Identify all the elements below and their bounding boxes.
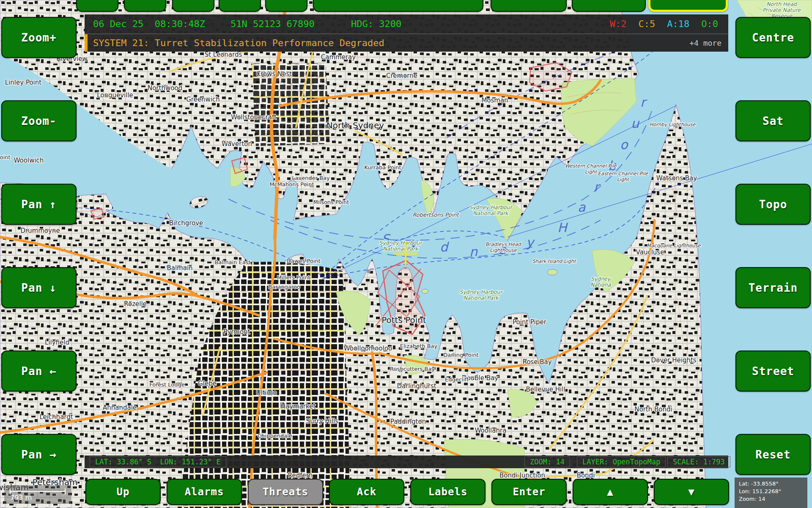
map-label: Dawes Point: [287, 258, 321, 264]
map-label: Rushcutters Bay: [390, 366, 435, 372]
harbour-letter: u: [631, 116, 640, 131]
map-label: Cremorne: [386, 72, 417, 80]
top-toolbar-button[interactable]: [265, 0, 307, 12]
map-status-bar: LAT: 33.86° S LON: 151.23° E ZOOM: 14 LA…: [85, 456, 728, 468]
map-label: Vaucluse: [636, 248, 664, 256]
map-label: Watsons Bay: [656, 174, 697, 182]
counter-o: O:0: [701, 14, 718, 33]
map-label: Balmain: [167, 264, 192, 272]
map-label: Waverton: [222, 140, 252, 148]
map-label: Sydney HarbourNational Park: [379, 240, 422, 252]
more-alerts-label[interactable]: +4 more: [689, 34, 721, 52]
map-label: Woolwich: [14, 157, 44, 164]
right-button-terrain[interactable]: Terrain: [735, 267, 811, 308]
bottom-button-up[interactable]: Up: [85, 479, 161, 505]
map-label: Hornby Lighthouse: [650, 121, 696, 127]
top-toolbar-button[interactable]: [572, 0, 646, 12]
map-label: Lavender Bay: [292, 175, 330, 181]
grid-coordinates: 51N 52123 67890: [230, 14, 315, 33]
map-label: McMahons Point: [269, 181, 314, 188]
map-label: Crows Nest: [256, 70, 292, 78]
map-label: Sydney HarbourNational Park: [459, 289, 503, 301]
counter-w: W:2: [610, 14, 627, 33]
map-label: Haymarket: [281, 403, 316, 410]
alert-row[interactable]: SYSTEM 21: Turret Stabilization Performa…: [85, 34, 728, 52]
map-label: St Leonards: [205, 51, 242, 58]
map-label: Birchgrove: [169, 219, 203, 227]
left-button-pan[interactable]: Pan ↑: [1, 184, 77, 225]
map-label: Surry Hills: [306, 417, 339, 425]
map-label: Milsons Point: [313, 199, 349, 205]
info-lon: Lon: 151.2268°: [739, 488, 807, 495]
bottom-button-scroll-up[interactable]: ▲: [573, 479, 648, 505]
map-label: Balmain East: [214, 259, 250, 265]
map-label: Dover Heights: [651, 356, 696, 364]
scale-tick: [65, 489, 66, 494]
right-button-reset[interactable]: Reset: [735, 434, 811, 475]
map-label: Woollahra: [475, 427, 507, 434]
bottom-button-enter[interactable]: Enter: [491, 479, 567, 505]
map-label: Elizabeth Bay: [400, 343, 438, 349]
map-label: Chippendale: [258, 433, 292, 439]
map-label: Bradleys HeadLighthouse: [486, 241, 521, 253]
cursor-info-box: Lat: -33.8558° Lon: 151.2268° Zoom: 14: [735, 478, 807, 508]
map-label: Point Piper: [513, 318, 547, 326]
left-button-zoom-[interactable]: Zoom-: [1, 100, 77, 141]
left-button-pan[interactable]: Pan ↓: [1, 267, 77, 308]
map-label: Edgecliff: [445, 376, 469, 383]
scale-label: 793 m: [10, 494, 32, 502]
top-toolbar-button-highlighted[interactable]: [648, 0, 728, 12]
left-button-pan[interactable]: Pan ←: [1, 351, 77, 392]
heading-display: HDG: 3200: [351, 14, 401, 33]
left-button-pan[interactable]: Pan →: [1, 434, 77, 475]
alarm-counters: W:2C:5A:18O:0: [610, 14, 718, 33]
top-toolbar-button[interactable]: [219, 0, 261, 12]
map-label: Potts Point: [381, 315, 426, 325]
bottom-button-scroll-down[interactable]: ▼: [654, 479, 729, 505]
system-alert-message: SYSTEM 21: Turret Stabilization Performa…: [93, 34, 384, 52]
map-label: Woolloomooloo: [344, 345, 392, 352]
map-label: Bellevue Hill: [526, 386, 565, 393]
bottom-button-threats[interactable]: Threats: [248, 479, 323, 505]
top-toolbar-button[interactable]: [313, 0, 483, 12]
top-toolbar-button[interactable]: [124, 0, 166, 12]
right-button-street[interactable]: Street: [735, 351, 811, 392]
bottom-button-ack[interactable]: Ack: [329, 479, 404, 505]
bottom-button-labels[interactable]: Labels: [410, 479, 486, 505]
map-label: Northwood: [148, 84, 182, 92]
map-label: Millers Point: [277, 274, 310, 281]
map-label: Wollstonecraft: [231, 113, 277, 121]
zoom-readout: ZOOM: 14: [524, 456, 570, 467]
map-label: Macquarie Lighthouse: [647, 243, 701, 248]
top-toolbar-button[interactable]: [76, 0, 118, 12]
map-label: Rose Bay: [522, 358, 551, 366]
top-toolbar-button[interactable]: [491, 0, 567, 12]
info-lat: Lat: -33.8558°: [739, 480, 807, 488]
map-label: Shark Island Light: [532, 258, 576, 264]
right-button-topo[interactable]: Topo: [735, 184, 811, 225]
map-label: Darling Point: [443, 352, 478, 358]
right-button-sat[interactable]: Sat: [735, 100, 811, 141]
map-label: Barangaroo: [268, 284, 300, 290]
map-label: North Bondi: [634, 406, 672, 413]
right-button-centre[interactable]: Centre: [735, 17, 811, 58]
map-label: Cammeray: [321, 53, 356, 61]
position-readout: LAT: 33.86° S LON: 151.23° E: [90, 456, 226, 467]
map-label: Longueville: [97, 91, 133, 99]
map-label: Annandale: [103, 404, 137, 411]
map-label: Greenwich: [186, 96, 220, 103]
top-toolbar-button[interactable]: [172, 0, 214, 12]
status-row: 06 Dec 25 08:30:48Z 51N 52123 67890 HDG:…: [85, 14, 728, 33]
map-label: Leichhardt: [39, 413, 73, 421]
map-canvas[interactable]: SydneyHarbour St LeonardsCrows NestCamme…: [0, 0, 812, 508]
map-label: Bondi: [577, 472, 595, 479]
map-label: Pyrmont: [223, 328, 250, 336]
map-label: Redfern: [288, 472, 313, 479]
bottom-button-alarms[interactable]: Alarms: [167, 479, 242, 505]
harbour-letter: o: [620, 137, 628, 152]
map-label: SydneyNationa: [590, 276, 611, 288]
map-label: Paddington: [390, 418, 426, 425]
map-label: s Point: [0, 154, 11, 160]
left-button-zoom+[interactable]: Zoom+: [1, 17, 77, 58]
map-label: Mosman: [481, 97, 508, 104]
